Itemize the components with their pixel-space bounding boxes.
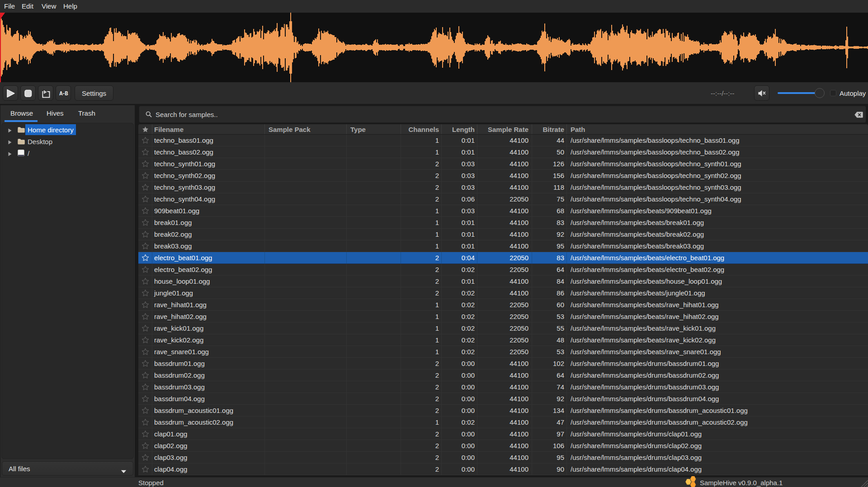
- svg-text:A-B: A-B: [59, 91, 68, 97]
